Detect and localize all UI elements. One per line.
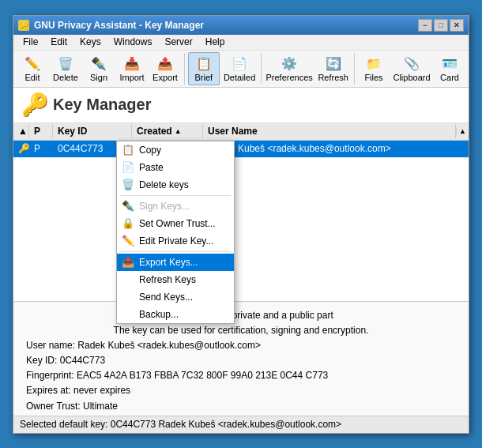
context-menu-delete-keys[interactable]: 🗑️ Delete keys bbox=[117, 176, 234, 194]
context-menu-backup[interactable]: Backup... bbox=[117, 306, 234, 323]
toolbar: ✏️ Edit 🗑️ Delete ✒️ Sign 📥 Import 📤 Exp… bbox=[13, 51, 469, 88]
preferences-icon: ⚙️ bbox=[281, 55, 298, 73]
menu-server[interactable]: Server bbox=[158, 35, 198, 49]
sign-keys-icon: ✒️ bbox=[122, 200, 134, 212]
col-header-username[interactable]: User Name bbox=[203, 124, 456, 138]
toolbar-files[interactable]: 📁 Files bbox=[358, 52, 390, 85]
menu-bar: File Edit Keys Windows Server Help bbox=[13, 35, 469, 51]
files-icon: 📁 bbox=[365, 55, 382, 73]
paste-icon: 📄 bbox=[122, 161, 134, 173]
toolbar-card-label: Card bbox=[440, 73, 459, 82]
toolbar-clipboard-label: Clipboard bbox=[393, 73, 430, 82]
import-icon: 📥 bbox=[123, 55, 141, 73]
edit-private-key-icon: ✏️ bbox=[122, 235, 134, 247]
detail-line-6: Expires at: never expires bbox=[26, 383, 456, 398]
detail-line-5: Fingerprint: EAC5 4A2A B173 FBBA 7C32 80… bbox=[26, 368, 456, 383]
context-menu-sign-keys[interactable]: ✒️ Sign Keys... bbox=[117, 198, 234, 215]
toolbar-edit-label: Edit bbox=[25, 73, 40, 82]
clipboard-icon: 📎 bbox=[403, 55, 420, 73]
detail-line-2: The key can be used for certification, s… bbox=[26, 323, 456, 338]
detail-area: The key has both a private and a public … bbox=[13, 301, 469, 416]
toolbar-export[interactable]: 📤 Export bbox=[149, 52, 181, 85]
context-menu-export-keys[interactable]: 📤 Export Keys... bbox=[117, 254, 234, 271]
refresh-icon: 🔄 bbox=[325, 55, 342, 73]
maximize-button[interactable]: □ bbox=[434, 19, 448, 32]
toolbar-import[interactable]: 📥 Import bbox=[116, 52, 148, 85]
toolbar-clipboard[interactable]: 📎 Clipboard bbox=[391, 52, 432, 85]
detail-line-4: Key ID: 0C44C773 bbox=[26, 353, 456, 368]
content-area: ▲ P Key ID Created ▲ User Name ▲ 🔑 P 0C4… bbox=[13, 123, 469, 416]
toolbar-sep-3 bbox=[354, 53, 355, 85]
toolbar-refresh-label: Refresh bbox=[318, 73, 348, 82]
app-icon: 🔑 bbox=[18, 20, 29, 31]
detail-line-7: Owner Trust: Ultimate bbox=[26, 399, 456, 414]
menu-file[interactable]: File bbox=[17, 35, 44, 49]
status-text: Selected default key: 0C44C773 Radek Kub… bbox=[20, 419, 341, 430]
row-type: P bbox=[29, 141, 53, 156]
toolbar-preferences[interactable]: ⚙️ Preferences bbox=[265, 52, 314, 85]
brief-icon: 📋 bbox=[195, 55, 213, 73]
toolbar-detailed-label: Detailed bbox=[224, 73, 255, 82]
col-header-keyid[interactable]: Key ID bbox=[53, 124, 132, 138]
toolbar-export-label: Export bbox=[153, 73, 178, 82]
context-menu-sep-2 bbox=[120, 251, 231, 252]
toolbar-sep-1 bbox=[184, 53, 185, 85]
minimize-button[interactable]: − bbox=[418, 19, 432, 32]
toolbar-card[interactable]: 🪪 Card bbox=[434, 52, 465, 85]
edit-icon: ✏️ bbox=[24, 55, 41, 73]
export-icon: 📤 bbox=[156, 55, 174, 73]
context-menu-send-keys[interactable]: Send Keys... bbox=[117, 288, 234, 306]
sign-icon: ✒️ bbox=[90, 55, 107, 73]
page-header-icon: 🔑 bbox=[21, 92, 47, 118]
context-menu-set-owner-trust[interactable]: 🔒 Set Owner Trust... bbox=[117, 215, 234, 232]
delete-keys-icon: 🗑️ bbox=[122, 179, 134, 190]
window-title: GNU Privacy Assistant - Key Manager bbox=[34, 20, 418, 31]
list-header: ▲ P Key ID Created ▲ User Name ▲ bbox=[13, 123, 469, 141]
context-menu-edit-private-key[interactable]: ✏️ Edit Private Key... bbox=[117, 232, 234, 250]
export-keys-icon: 📤 bbox=[122, 256, 134, 268]
detail-line-3: User name: Radek Kubeš <radek.kubes@outl… bbox=[26, 338, 456, 353]
toolbar-sign-label: Sign bbox=[90, 73, 107, 82]
context-menu: 📋 Copy 📄 Paste 🗑️ Delete keys ✒️ Sign Ke… bbox=[116, 141, 235, 324]
detailed-icon: 📄 bbox=[231, 55, 248, 73]
page-header: 🔑 Key Manager bbox=[13, 88, 469, 123]
menu-edit[interactable]: Edit bbox=[44, 35, 73, 49]
toolbar-refresh[interactable]: 🔄 Refresh bbox=[315, 52, 351, 85]
context-menu-copy[interactable]: 📋 Copy bbox=[117, 141, 234, 159]
sort-indicator: ▲ bbox=[175, 127, 182, 135]
main-window: 🔑 GNU Privacy Assistant - Key Manager − … bbox=[13, 15, 469, 434]
col-header-sort[interactable]: ▲ bbox=[13, 124, 29, 138]
toolbar-import-label: Import bbox=[119, 73, 144, 82]
key-list: ▲ P Key ID Created ▲ User Name ▲ 🔑 P 0C4… bbox=[13, 123, 469, 301]
detail-line-8: Key validity: Fully Valid bbox=[26, 414, 456, 416]
list-scroll-indicator: ▲ bbox=[456, 127, 469, 135]
toolbar-delete-label: Delete bbox=[53, 73, 78, 82]
toolbar-sign[interactable]: ✒️ Sign bbox=[83, 52, 115, 85]
window-controls: − □ ✕ bbox=[418, 19, 464, 32]
col-header-type[interactable]: P bbox=[29, 124, 53, 138]
toolbar-sep-2 bbox=[261, 53, 262, 85]
table-row[interactable]: 🔑 P 0C44C773 2015-03 Radek Kubeš <radek.… bbox=[13, 141, 469, 158]
context-menu-refresh-keys[interactable]: Refresh Keys bbox=[117, 271, 234, 288]
toolbar-brief[interactable]: 📋 Brief bbox=[188, 52, 220, 85]
copy-icon: 📋 bbox=[122, 144, 134, 156]
detail-line-1: The key has both a private and a public … bbox=[26, 308, 456, 323]
page-title: Key Manager bbox=[53, 96, 152, 114]
owner-trust-icon: 🔒 bbox=[122, 217, 134, 229]
close-button[interactable]: ✕ bbox=[450, 19, 464, 32]
menu-windows[interactable]: Windows bbox=[107, 35, 159, 49]
row-username: Radek Kubeš <radek.kubes@outlook.com> bbox=[203, 141, 469, 156]
row-flag: 🔑 bbox=[13, 141, 29, 156]
context-menu-paste[interactable]: 📄 Paste bbox=[117, 159, 234, 176]
delete-icon: 🗑️ bbox=[57, 55, 74, 73]
col-header-created[interactable]: Created ▲ bbox=[132, 124, 203, 138]
menu-keys[interactable]: Keys bbox=[73, 35, 107, 49]
toolbar-edit[interactable]: ✏️ Edit bbox=[17, 52, 48, 85]
toolbar-brief-label: Brief bbox=[195, 73, 213, 82]
toolbar-detailed[interactable]: 📄 Detailed bbox=[221, 52, 258, 85]
menu-help[interactable]: Help bbox=[199, 35, 232, 49]
toolbar-files-label: Files bbox=[364, 73, 382, 82]
toolbar-delete[interactable]: 🗑️ Delete bbox=[50, 52, 81, 85]
toolbar-preferences-label: Preferences bbox=[265, 73, 312, 82]
status-bar: Selected default key: 0C44C773 Radek Kub… bbox=[13, 416, 469, 433]
